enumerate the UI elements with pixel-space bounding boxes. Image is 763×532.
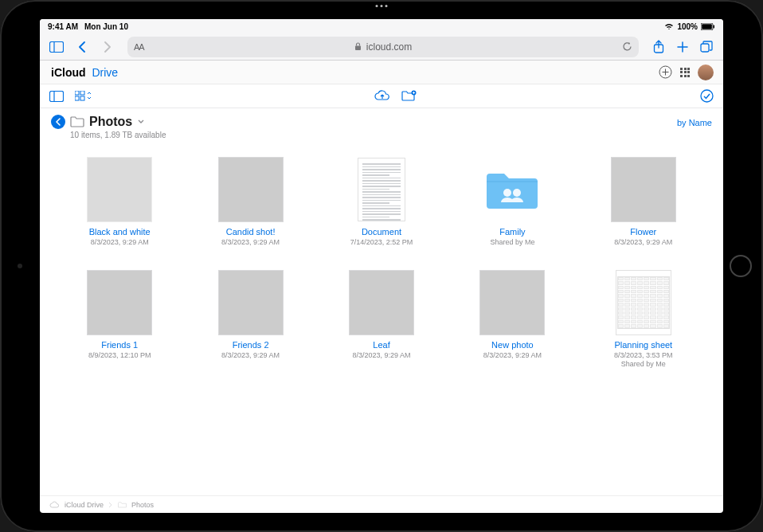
sidebar-toggle-button[interactable] xyxy=(46,37,67,57)
file-name: Leaf xyxy=(373,340,389,350)
file-name: Friends 2 xyxy=(233,340,269,350)
file-item[interactable]: FamilyShared by Me xyxy=(455,157,569,248)
svg-rect-5 xyxy=(355,46,361,51)
file-grid-container[interactable]: Black and white8/3/2023, 9:29 AMCandid s… xyxy=(40,143,723,495)
photo-thumbnail xyxy=(349,270,414,335)
file-item[interactable]: Black and white8/3/2023, 9:29 AM xyxy=(62,157,177,248)
back-button[interactable] xyxy=(72,37,92,57)
sort-button[interactable]: by Name xyxy=(677,118,712,127)
file-meta: 8/3/2023, 9:29 AM xyxy=(221,351,280,361)
svg-rect-13 xyxy=(75,96,79,100)
file-name: Candid shot! xyxy=(226,227,276,237)
svg-point-18 xyxy=(513,189,521,197)
photo-thumbnail xyxy=(218,157,284,222)
view-options-button[interactable] xyxy=(75,91,91,102)
breadcrumb-leaf[interactable]: Photos xyxy=(131,501,154,509)
file-name: Document xyxy=(362,227,401,237)
battery-icon xyxy=(701,23,715,30)
file-name: Planning sheet xyxy=(614,340,672,350)
panel-toggle-button[interactable] xyxy=(49,91,64,102)
status-bar: 9:41 AM Mon Jun 10 100% xyxy=(40,19,723,33)
new-tab-button[interactable] xyxy=(672,37,693,57)
file-item[interactable]: Friends 28/3/2023, 9:29 AM xyxy=(193,270,307,369)
select-button[interactable] xyxy=(700,89,714,103)
icloud-brand[interactable]: iCloud Drive xyxy=(49,66,118,79)
url-host: icloud.com xyxy=(366,41,412,53)
file-item[interactable]: Candid shot!8/3/2023, 9:29 AM xyxy=(193,157,307,248)
tabs-button[interactable] xyxy=(696,37,717,57)
sheet-thumbnail xyxy=(611,270,676,335)
file-item[interactable]: Document7/14/2023, 2:52 PM xyxy=(324,157,439,248)
forward-button xyxy=(97,37,118,57)
file-meta: 8/3/2023, 9:29 AM xyxy=(483,351,542,361)
svg-rect-1 xyxy=(702,24,712,29)
brand-drive: Drive xyxy=(92,66,118,79)
file-meta: 8/3/2023, 9:29 AM xyxy=(221,238,280,248)
file-item[interactable]: Leaf8/3/2023, 9:29 AM xyxy=(324,270,439,369)
screen: 9:41 AM Mon Jun 10 100% xyxy=(40,19,723,513)
brand-icloud: iCloud xyxy=(51,66,86,79)
doc-thumbnail xyxy=(349,157,414,222)
file-meta: 8/3/2023, 9:29 AM xyxy=(352,351,410,361)
folder-icon xyxy=(70,116,84,127)
drive-toolbar xyxy=(40,84,723,108)
photo-thumbnail xyxy=(87,157,152,222)
home-button[interactable] xyxy=(730,255,752,277)
svg-rect-7 xyxy=(701,44,709,52)
status-date: Mon Jun 10 xyxy=(84,22,128,31)
file-meta: 8/3/2023, 9:29 AM xyxy=(91,238,149,248)
icloud-header: iCloud Drive xyxy=(40,61,723,84)
lock-icon xyxy=(354,42,362,51)
photo-thumbnail xyxy=(218,270,284,335)
reload-button[interactable] xyxy=(622,41,632,52)
file-meta-secondary: Shared by Me xyxy=(621,360,666,368)
file-meta: 8/3/2023, 3:53 PM xyxy=(614,351,673,361)
account-avatar[interactable] xyxy=(698,65,714,80)
svg-rect-9 xyxy=(50,91,64,101)
file-item[interactable]: Friends 18/9/2023, 12:10 PM xyxy=(62,270,177,369)
file-item[interactable]: Flower8/3/2023, 9:29 AM xyxy=(586,157,701,248)
safari-toolbar: AA icloud.com xyxy=(40,33,723,61)
photo-thumbnail xyxy=(87,270,152,335)
svg-rect-2 xyxy=(714,25,715,28)
file-grid: Black and white8/3/2023, 9:29 AMCandid s… xyxy=(62,157,701,368)
folder-name[interactable]: Photos xyxy=(89,115,132,129)
address-bar[interactable]: AA icloud.com xyxy=(127,37,639,57)
svg-rect-12 xyxy=(80,91,84,95)
status-time: 9:41 AM xyxy=(48,22,78,31)
reader-icon[interactable]: AA xyxy=(134,42,144,52)
file-meta: 8/3/2023, 9:29 AM xyxy=(614,238,672,248)
svg-point-16 xyxy=(701,90,713,102)
photo-thumbnail xyxy=(611,157,676,222)
file-meta: 7/14/2023, 2:52 PM xyxy=(350,238,413,248)
folder-thumbnail xyxy=(479,157,545,222)
share-button[interactable] xyxy=(648,37,669,57)
svg-point-17 xyxy=(503,189,511,197)
file-name: Friends 1 xyxy=(101,340,138,350)
breadcrumb-root[interactable]: iCloud Drive xyxy=(65,501,104,509)
photo-thumbnail xyxy=(479,270,545,335)
upload-button[interactable] xyxy=(374,90,390,102)
chevron-down-icon[interactable] xyxy=(137,119,145,125)
file-item[interactable]: Planning sheet8/3/2023, 3:53 PMShared by… xyxy=(586,270,701,369)
location-row: Photos 10 items, 1.89 TB available by Na… xyxy=(40,108,723,143)
wifi-icon xyxy=(664,22,674,30)
new-folder-button[interactable] xyxy=(401,90,417,102)
file-name: Flower xyxy=(630,227,656,237)
svg-rect-14 xyxy=(80,96,84,100)
battery-percent: 100% xyxy=(677,22,698,31)
file-meta: Shared by Me xyxy=(490,238,534,248)
svg-rect-11 xyxy=(75,91,79,95)
apps-grid-icon[interactable] xyxy=(680,68,690,77)
file-meta: 8/9/2023, 12:10 PM xyxy=(88,351,151,361)
chevron-right-icon xyxy=(108,502,113,508)
nav-back-button[interactable] xyxy=(51,115,65,129)
camera-dot xyxy=(18,264,22,268)
add-button[interactable] xyxy=(659,65,672,79)
breadcrumb: iCloud Drive Photos xyxy=(40,495,723,513)
folder-mini-icon xyxy=(118,502,127,508)
file-item[interactable]: New photo8/3/2023, 9:29 AM xyxy=(455,270,569,369)
file-name: Family xyxy=(499,227,525,237)
cloud-icon xyxy=(49,501,60,508)
folder-status: 10 items, 1.89 TB available xyxy=(70,131,166,139)
